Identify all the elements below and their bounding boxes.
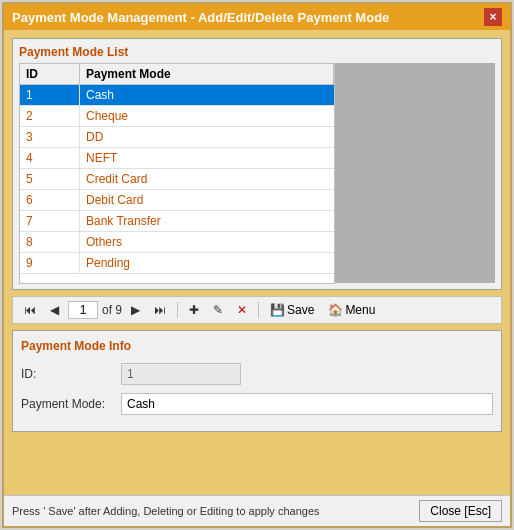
- status-message: Press ' Save' after Adding, Deleting or …: [12, 505, 320, 517]
- cell-id: 8: [20, 232, 80, 252]
- table-row[interactable]: 4NEFT: [20, 148, 334, 169]
- menu-icon: 🏠: [328, 303, 343, 317]
- cell-mode: Credit Card: [80, 169, 334, 189]
- cell-mode: Cheque: [80, 106, 334, 126]
- close-esc-button[interactable]: Close [Esc]: [419, 500, 502, 522]
- id-label: ID:: [21, 367, 121, 381]
- table-row[interactable]: 2Cheque: [20, 106, 334, 127]
- first-page-button[interactable]: ⏮: [19, 300, 41, 320]
- table-row[interactable]: 8Others: [20, 232, 334, 253]
- table-row[interactable]: 9Pending: [20, 253, 334, 274]
- menu-label: Menu: [345, 303, 375, 317]
- col-header-mode: Payment Mode: [80, 64, 334, 84]
- mode-form-row: Payment Mode:: [21, 393, 493, 415]
- table-left: ID Payment Mode 1Cash2Cheque3DD4NEFT5Cre…: [19, 63, 335, 283]
- edit-record-button[interactable]: ✎: [208, 300, 228, 320]
- table-row[interactable]: 5Credit Card: [20, 169, 334, 190]
- window-title: Payment Mode Management - Add/Edit/Delet…: [12, 10, 389, 25]
- prev-page-button[interactable]: ◀: [45, 300, 64, 320]
- next-page-button[interactable]: ▶: [126, 300, 145, 320]
- cell-id: 9: [20, 253, 80, 273]
- navigation-bar: ⏮ ◀ of 9 ▶ ⏭ ✚ ✎ ✕ 💾 Save 🏠 Menu: [12, 296, 502, 324]
- window-body: Payment Mode List ID Payment Mode 1Cash2…: [4, 30, 510, 495]
- cell-mode: Others: [80, 232, 334, 252]
- payment-table: ID Payment Mode 1Cash2Cheque3DD4NEFT5Cre…: [19, 63, 335, 284]
- table-area: ID Payment Mode 1Cash2Cheque3DD4NEFT5Cre…: [19, 63, 495, 283]
- last-page-button[interactable]: ⏭: [149, 300, 171, 320]
- table-right-panel: [335, 63, 495, 283]
- save-button[interactable]: 💾 Save: [265, 300, 319, 320]
- save-icon: 💾: [270, 303, 285, 317]
- title-bar: Payment Mode Management - Add/Edit/Delet…: [4, 4, 510, 30]
- info-panel: Payment Mode Info ID: Payment Mode:: [12, 330, 502, 432]
- cell-id: 6: [20, 190, 80, 210]
- table-row[interactable]: 3DD: [20, 127, 334, 148]
- page-number-input[interactable]: [68, 301, 98, 319]
- nav-separator-1: [177, 302, 178, 318]
- cell-mode: NEFT: [80, 148, 334, 168]
- cell-id: 2: [20, 106, 80, 126]
- cell-id: 7: [20, 211, 80, 231]
- table-row[interactable]: 1Cash: [20, 85, 334, 106]
- list-section-label: Payment Mode List: [19, 45, 495, 59]
- id-form-row: ID:: [21, 363, 493, 385]
- total-pages-text: of 9: [102, 303, 122, 317]
- info-section-label: Payment Mode Info: [21, 339, 493, 353]
- main-window: Payment Mode Management - Add/Edit/Delet…: [2, 2, 512, 528]
- list-panel: Payment Mode List ID Payment Mode 1Cash2…: [12, 38, 502, 290]
- mode-field[interactable]: [121, 393, 493, 415]
- table-body: 1Cash2Cheque3DD4NEFT5Credit Card6Debit C…: [20, 85, 334, 283]
- status-bar: Press ' Save' after Adding, Deleting or …: [4, 495, 510, 526]
- mode-label: Payment Mode:: [21, 397, 121, 411]
- nav-separator-2: [258, 302, 259, 318]
- menu-button[interactable]: 🏠 Menu: [323, 300, 380, 320]
- add-record-button[interactable]: ✚: [184, 300, 204, 320]
- cell-id: 3: [20, 127, 80, 147]
- cell-mode: Bank Transfer: [80, 211, 334, 231]
- cell-id: 4: [20, 148, 80, 168]
- table-row[interactable]: 6Debit Card: [20, 190, 334, 211]
- cell-mode: DD: [80, 127, 334, 147]
- close-window-button[interactable]: ×: [484, 8, 502, 26]
- cell-mode: Debit Card: [80, 190, 334, 210]
- table-row[interactable]: 7Bank Transfer: [20, 211, 334, 232]
- cell-id: 5: [20, 169, 80, 189]
- save-label: Save: [287, 303, 314, 317]
- id-field[interactable]: [121, 363, 241, 385]
- cell-mode: Cash: [80, 85, 334, 105]
- cell-id: 1: [20, 85, 80, 105]
- delete-record-button[interactable]: ✕: [232, 300, 252, 320]
- cell-mode: Pending: [80, 253, 334, 273]
- table-header: ID Payment Mode: [20, 64, 334, 85]
- col-header-id: ID: [20, 64, 80, 84]
